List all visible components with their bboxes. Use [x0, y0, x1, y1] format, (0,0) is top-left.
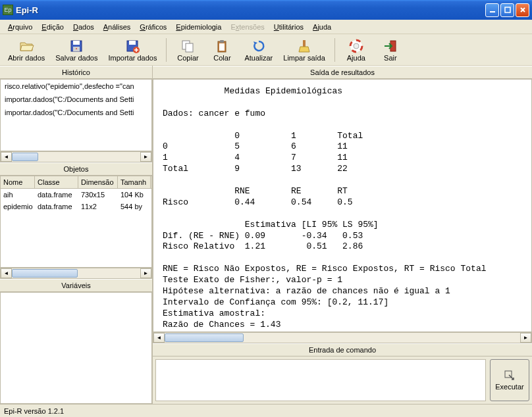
output-scrollbar[interactable]: ◄ ► — [153, 332, 532, 343]
folder-open-icon — [18, 38, 34, 54]
window-buttons — [485, 3, 529, 17]
scroll-left-icon[interactable]: ◄ — [1, 268, 12, 278]
minimize-button[interactable] — [485, 3, 499, 17]
scroll-right-icon[interactable]: ► — [520, 333, 531, 343]
import-icon — [124, 38, 140, 54]
execute-label: Executar — [495, 383, 523, 391]
tool-label: Sair — [384, 54, 397, 62]
execute-icon — [504, 370, 516, 381]
menu-arquivo[interactable]: Arquivo — [4, 22, 36, 32]
col-tamanho[interactable]: Tamanh — [118, 176, 151, 188]
tool-label: Colar — [213, 54, 230, 62]
objects-table: Nome Classe Dimensão Tamanh aih data.fra… — [0, 176, 152, 268]
output-area[interactable]: Medidas Epidemiológicas Dados: cancer e … — [153, 79, 532, 332]
clear-output-button[interactable]: Limpar saída — [279, 37, 329, 63]
tool-label: Importar dados — [108, 54, 157, 62]
menu-epidemiologia[interactable]: Epidemiologia — [172, 22, 225, 32]
toolbar-separator — [334, 38, 335, 62]
svg-rect-14 — [303, 40, 306, 47]
command-input[interactable] — [155, 359, 486, 401]
scroll-left-icon[interactable]: ◄ — [1, 152, 12, 162]
save-data-button[interactable]: Salvar dados — [51, 37, 101, 63]
col-classe[interactable]: Classe — [35, 176, 78, 188]
lifebuoy-icon — [348, 38, 364, 54]
execute-button[interactable]: Executar — [490, 359, 529, 401]
col-dimensao[interactable]: Dimensão — [78, 176, 118, 188]
import-data-button[interactable]: Importar dados — [104, 37, 161, 63]
history-list[interactable]: risco.relativo("epidemio",desfecho ="can… — [0, 79, 152, 151]
variables-list[interactable] — [0, 292, 152, 404]
tool-label: Ajuda — [347, 54, 365, 62]
col-nome[interactable]: Nome — [1, 176, 35, 188]
broom-icon — [296, 38, 312, 54]
svg-rect-3 — [73, 41, 80, 45]
scroll-right-icon[interactable]: ► — [140, 152, 151, 162]
tool-label: Limpar saída — [283, 54, 325, 62]
toolbar-separator — [166, 38, 167, 62]
scroll-thumb[interactable] — [12, 269, 78, 278]
copy-button[interactable]: Copiar — [172, 37, 203, 63]
svg-point-16 — [354, 43, 359, 49]
table-row[interactable]: epidemio data.frame 11x2 544 by — [1, 201, 151, 212]
paste-button[interactable]: Colar — [206, 37, 238, 63]
close-button[interactable] — [516, 3, 529, 17]
statusbar: Epi-R versão 1.2.1 — [0, 404, 532, 417]
svg-rect-13 — [220, 40, 224, 43]
toolbar: Abrir dados Salvar dados Importar dados … — [0, 34, 532, 66]
menubar: Arquivo Edição Dados Análises Gráficos E… — [0, 20, 532, 34]
menu-ajuda[interactable]: Ajuda — [309, 22, 335, 32]
help-button[interactable]: Ajuda — [340, 37, 372, 63]
history-item[interactable]: importar.dados("C:/Documents and Setti — [1, 106, 151, 119]
window-title: Epi-R — [16, 5, 485, 15]
scroll-thumb[interactable] — [165, 333, 244, 342]
tool-label: Abrir dados — [8, 54, 45, 62]
exit-button[interactable]: Sair — [375, 37, 406, 63]
menu-graficos[interactable]: Gráficos — [136, 22, 171, 32]
titlebar: Ep Epi-R — [0, 0, 532, 20]
floppy-disk-icon — [68, 38, 84, 54]
history-scrollbar[interactable]: ◄ ► — [0, 151, 152, 162]
tool-label: Salvar dados — [55, 54, 97, 62]
svg-point-5 — [76, 48, 77, 49]
svg-rect-1 — [505, 7, 510, 12]
maximize-button[interactable] — [500, 3, 514, 17]
scroll-thumb[interactable] — [12, 153, 38, 161]
objects-header: Objetos — [0, 162, 152, 176]
exit-icon — [383, 38, 398, 54]
svg-rect-10 — [186, 43, 193, 52]
menu-edicao[interactable]: Edição — [38, 22, 68, 32]
tool-label: Atualizar — [244, 54, 273, 62]
open-data-button[interactable]: Abrir dados — [4, 37, 49, 63]
variables-header: Variáveis — [0, 279, 152, 292]
history-item[interactable]: importar.dados("C:/Documents and Setti — [1, 93, 151, 106]
scroll-left-icon[interactable]: ◄ — [153, 333, 165, 343]
copy-icon — [180, 38, 196, 54]
menu-analises[interactable]: Análises — [99, 22, 135, 32]
table-row[interactable]: aih data.frame 730x15 104 Kb — [1, 189, 151, 201]
history-header: Histórico — [0, 66, 152, 79]
svg-rect-7 — [129, 41, 136, 45]
objects-scrollbar[interactable]: ◄ ► — [0, 268, 152, 279]
refresh-button[interactable]: Atualizar — [240, 37, 277, 63]
menu-utilitarios[interactable]: Utilitários — [270, 22, 307, 32]
right-pane: Saída de resultados Medidas Epidemiológi… — [153, 66, 532, 404]
menu-extensoes: Extensões — [226, 22, 268, 32]
history-item[interactable]: risco.relativo("epidemio",desfecho ="can — [1, 80, 151, 93]
app-icon: Ep — [3, 5, 13, 15]
svg-rect-0 — [490, 11, 495, 12]
svg-rect-12 — [219, 43, 225, 51]
command-header: Entrada de comando — [153, 343, 532, 356]
refresh-icon — [251, 38, 267, 54]
left-pane: Histórico risco.relativo("epidemio",desf… — [0, 66, 153, 404]
clipboard-icon — [214, 38, 230, 54]
scroll-right-icon[interactable]: ► — [140, 268, 151, 278]
status-text: Epi-R versão 1.2.1 — [4, 407, 64, 415]
tool-label: Copiar — [177, 54, 198, 62]
menu-dados[interactable]: Dados — [69, 22, 98, 32]
output-header: Saída de resultados — [153, 66, 532, 79]
